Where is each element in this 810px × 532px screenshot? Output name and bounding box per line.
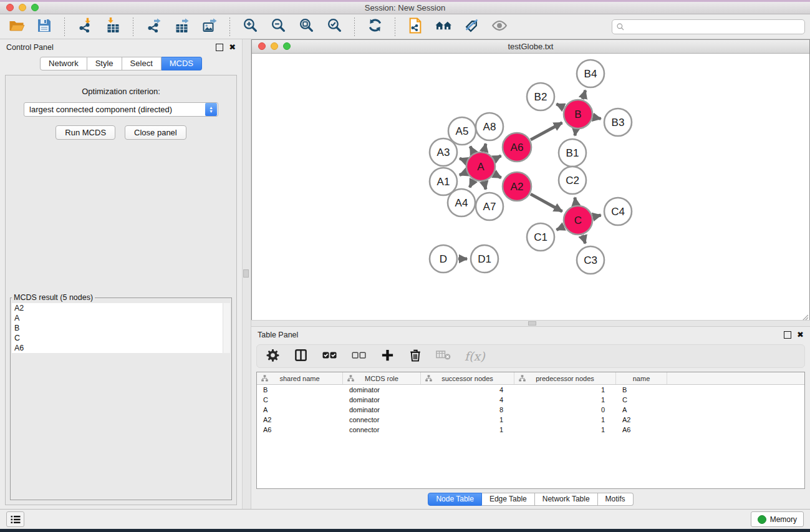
- table-row[interactable]: Cdominator41C: [257, 395, 804, 405]
- graph-node-C1[interactable]: C1: [527, 223, 554, 251]
- cell-shared-name[interactable]: A6: [257, 425, 343, 435]
- cell-MCDS-role[interactable]: dominator: [343, 405, 421, 415]
- add-column-button[interactable]: [380, 347, 395, 365]
- search-box[interactable]: [612, 19, 805, 34]
- export-network-button[interactable]: [142, 17, 165, 37]
- cell-MCDS-role[interactable]: connector: [343, 425, 421, 435]
- graph-edge-A6-B[interactable]: [531, 123, 562, 140]
- task-history-button[interactable]: [6, 511, 24, 527]
- network-canvas[interactable]: B4B2BB3A8A5A6B1A3AC2A1A2A4A7C4CC1DD1C3: [252, 54, 809, 322]
- network-close-button[interactable]: [258, 42, 266, 50]
- tab-select[interactable]: Select: [122, 57, 162, 70]
- column-header-predecessor-nodes[interactable]: predecessor nodes: [514, 372, 616, 384]
- close-panel-icon[interactable]: ✖: [229, 44, 236, 51]
- graph-edge-C-C4[interactable]: [593, 215, 600, 217]
- cell-MCDS-role[interactable]: dominator: [343, 395, 421, 405]
- cell-successor-nodes[interactable]: 1: [421, 425, 514, 435]
- delete-column-button[interactable]: [408, 347, 422, 365]
- deselect-all-rows-button[interactable]: [351, 347, 367, 365]
- graph-node-A6[interactable]: A6: [503, 133, 531, 162]
- cell-shared-name[interactable]: B: [257, 385, 343, 395]
- tab-motifs[interactable]: Motifs: [598, 493, 634, 506]
- cell-shared-name[interactable]: A: [257, 405, 343, 415]
- mcds-result-item[interactable]: B: [12, 323, 230, 333]
- graph-node-B4[interactable]: B4: [577, 60, 604, 87]
- float-table-panel-icon[interactable]: [784, 331, 791, 339]
- show-columns-button[interactable]: [294, 347, 308, 365]
- graph-node-D[interactable]: D: [430, 245, 457, 273]
- cell-name[interactable]: C: [616, 395, 667, 405]
- graph-edge-A-A4[interactable]: [470, 180, 473, 187]
- graph-edge-B-B2[interactable]: [556, 104, 564, 108]
- mcds-result-item[interactable]: C: [12, 333, 230, 343]
- panel-splitter-horizontal[interactable]: [251, 320, 810, 327]
- zoom-fit-button[interactable]: [295, 17, 317, 37]
- cell-name[interactable]: B: [616, 385, 667, 395]
- search-input[interactable]: [625, 22, 801, 32]
- zoom-out-button[interactable]: [267, 17, 289, 37]
- export-image-button[interactable]: [198, 17, 221, 37]
- mcds-result-item[interactable]: A: [12, 313, 230, 323]
- tab-mcds[interactable]: MCDS: [162, 57, 202, 70]
- graph-node-B[interactable]: B: [564, 100, 592, 128]
- close-panel-button[interactable]: Close panel: [125, 125, 186, 140]
- graph-node-B1[interactable]: B1: [559, 139, 586, 167]
- graph-edge-A2-C[interactable]: [531, 194, 562, 211]
- cell-name[interactable]: A2: [616, 415, 667, 425]
- graph-node-A7[interactable]: A7: [476, 193, 503, 220]
- tab-style[interactable]: Style: [87, 57, 122, 70]
- close-table-panel-icon[interactable]: ✖: [797, 332, 804, 338]
- table-row[interactable]: A6connector11A6: [257, 425, 804, 435]
- open-session-button[interactable]: [5, 17, 27, 37]
- cell-predecessor-nodes[interactable]: 1: [514, 395, 616, 405]
- graph-edge-A-A3[interactable]: [460, 158, 466, 161]
- table-row[interactable]: A2connector11A2: [257, 415, 804, 425]
- graph-edge-A-A7[interactable]: [484, 181, 486, 189]
- graph-edge-A-A2[interactable]: [494, 174, 501, 178]
- graph-edge-C-C1[interactable]: [557, 226, 564, 230]
- table-row[interactable]: Adominator80A: [257, 405, 804, 415]
- graph-node-C3[interactable]: C3: [577, 246, 604, 274]
- cell-predecessor-nodes[interactable]: 1: [514, 385, 616, 395]
- zoom-selected-button[interactable]: [323, 17, 345, 37]
- network-zoom-button[interactable]: [283, 42, 291, 50]
- graph-node-A5[interactable]: A5: [448, 117, 476, 145]
- panel-splitter-vertical[interactable]: [242, 39, 251, 509]
- cell-MCDS-role[interactable]: connector: [343, 415, 421, 425]
- cell-successor-nodes[interactable]: 4: [421, 385, 514, 395]
- column-header-MCDS-role[interactable]: MCDS role: [343, 372, 421, 384]
- graph-edge-A-A6[interactable]: [494, 156, 501, 160]
- tab-network[interactable]: Network: [40, 57, 87, 70]
- graph-node-A[interactable]: A: [466, 152, 495, 181]
- zoom-window-button[interactable]: [31, 4, 39, 11]
- table-settings-button[interactable]: [266, 347, 280, 365]
- result-list-scrollbar[interactable]: [223, 303, 230, 353]
- zoom-in-button[interactable]: [239, 17, 261, 37]
- minimize-window-button[interactable]: [19, 4, 26, 11]
- cell-shared-name[interactable]: A2: [257, 415, 343, 425]
- tab-edge-table[interactable]: Edge Table: [482, 493, 535, 506]
- cell-name[interactable]: A6: [616, 425, 667, 435]
- graph-edge-A-A1[interactable]: [460, 172, 466, 175]
- refresh-button[interactable]: [364, 17, 386, 37]
- export-table-button[interactable]: [170, 17, 193, 37]
- save-session-button[interactable]: [33, 17, 55, 37]
- graph-node-B3[interactable]: B3: [604, 109, 632, 136]
- graph-node-A3[interactable]: A3: [430, 138, 457, 166]
- graph-edge-A-A8[interactable]: [484, 143, 486, 151]
- graph-node-A8[interactable]: A8: [476, 113, 503, 140]
- new-network-from-selection-button[interactable]: [404, 17, 427, 37]
- network-minimize-button[interactable]: [271, 42, 278, 50]
- graph-node-A2[interactable]: A2: [503, 172, 531, 201]
- graph-edge-B-B3[interactable]: [594, 117, 601, 118]
- tab-network-table[interactable]: Network Table: [535, 493, 598, 506]
- graph-node-C4[interactable]: C4: [604, 198, 632, 225]
- run-mcds-button[interactable]: Run MCDS: [55, 125, 115, 140]
- toggle-node-labels-button[interactable]: [460, 17, 483, 37]
- cell-predecessor-nodes[interactable]: 1: [514, 425, 616, 435]
- float-panel-icon[interactable]: [216, 44, 223, 51]
- graph-edge-B-B1[interactable]: [575, 130, 576, 136]
- import-table-button[interactable]: [102, 17, 124, 37]
- tab-node-table[interactable]: Node Table: [428, 493, 482, 506]
- mcds-result-item[interactable]: A2: [12, 303, 230, 313]
